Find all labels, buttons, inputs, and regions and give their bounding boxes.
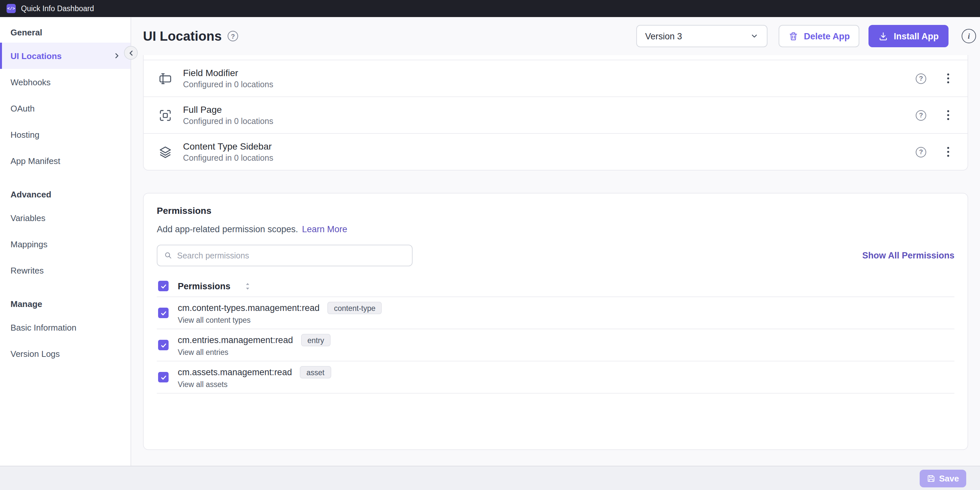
- sidebar-item-mappings[interactable]: Mappings: [0, 231, 130, 257]
- row-checkbox[interactable]: [158, 372, 169, 382]
- sidebar-item-rewrites[interactable]: Rewrites: [0, 257, 130, 283]
- main-panel: UI Locations ? Version 3 Delete App Inst…: [131, 17, 980, 466]
- save-button[interactable]: Save: [920, 469, 966, 487]
- help-icon[interactable]: ?: [916, 146, 926, 157]
- permissions-card: Permissions Add app-related permission s…: [143, 193, 968, 450]
- search-icon: [164, 251, 172, 260]
- version-select[interactable]: Version 3: [636, 25, 768, 47]
- show-all-permissions-link[interactable]: Show All Permissions: [862, 251, 955, 261]
- sidebar-section-advanced: Advanced Variables Mappings Rewrites: [0, 174, 130, 283]
- sidebar-item-basic-information[interactable]: Basic Information: [0, 314, 130, 340]
- location-row-actions: ?: [916, 146, 953, 158]
- header-actions: Version 3 Delete App Install App: [636, 25, 948, 47]
- sidebar-item-webhooks[interactable]: Webhooks: [0, 69, 130, 95]
- permission-cell: cm.content-types.management:read content…: [178, 302, 382, 324]
- permission-main-line: cm.assets.management:read asset: [178, 366, 331, 379]
- sidebar-item-label: UI Locations: [11, 51, 62, 60]
- sidebar-item-label: Basic Information: [11, 322, 76, 332]
- delete-app-button[interactable]: Delete App: [779, 25, 860, 47]
- learn-more-link[interactable]: Learn More: [302, 224, 347, 234]
- content-type-sidebar-icon: [158, 145, 172, 159]
- sidebar-item-variables[interactable]: Variables: [0, 205, 130, 231]
- permissions-table-header: Permissions: [157, 275, 955, 296]
- search-input[interactable]: [177, 251, 406, 260]
- sidebar-item-hosting[interactable]: Hosting: [0, 121, 130, 148]
- permissions-title: Permissions: [157, 205, 955, 216]
- kebab-menu-icon[interactable]: [943, 72, 953, 84]
- sidebar-item-label: Rewrites: [11, 265, 44, 275]
- permissions-description-row: Add app-related permission scopes. Learn…: [157, 224, 955, 234]
- permission-view-all-link[interactable]: View all content types: [178, 316, 382, 324]
- location-row-text: Full Page Configured in 0 locations: [183, 104, 273, 126]
- page-header: UI Locations ? Version 3 Delete App Inst…: [131, 17, 980, 55]
- location-title: Content Type Sidebar: [183, 141, 273, 151]
- sidebar-section-manage: Manage Basic Information Version Logs: [0, 283, 130, 367]
- permission-view-all-link[interactable]: View all assets: [178, 380, 331, 388]
- kebab-menu-icon[interactable]: [943, 109, 953, 121]
- permission-scope: cm.entries.management:read: [178, 335, 293, 345]
- delete-app-label: Delete App: [804, 31, 850, 41]
- location-row-field-modifier[interactable]: Field Modifier Configured in 0 locations…: [144, 60, 967, 96]
- permission-cell: cm.assets.management:read asset View all…: [178, 366, 331, 388]
- permission-main-line: cm.entries.management:read entry: [178, 334, 331, 346]
- section-label: Manage: [0, 283, 130, 314]
- sort-icon[interactable]: [245, 282, 251, 290]
- location-row-full-page[interactable]: Full Page Configured in 0 locations ?: [144, 97, 967, 133]
- permission-tag: asset: [300, 366, 331, 379]
- location-subtitle: Configured in 0 locations: [183, 80, 273, 89]
- help-icon[interactable]: ?: [916, 73, 926, 84]
- permission-tag: content-type: [327, 302, 382, 314]
- page-title-help-icon[interactable]: ?: [228, 31, 238, 41]
- install-app-button[interactable]: Install App: [869, 25, 948, 47]
- location-title: Full Page: [183, 104, 273, 115]
- field-modifier-icon: [158, 71, 172, 86]
- ui-locations-card: Field Modifier Configured in 0 locations…: [143, 55, 968, 170]
- location-row-actions: ?: [916, 109, 953, 121]
- permissions-controls: Show All Permissions: [157, 245, 955, 266]
- save-icon: [926, 474, 935, 482]
- select-all-checkbox[interactable]: [158, 281, 169, 291]
- permissions-table: Permissions cm.content-types.management:…: [157, 275, 955, 394]
- sidebar-item-app-manifest[interactable]: App Manifest: [0, 148, 130, 174]
- info-icon[interactable]: i: [962, 29, 976, 43]
- help-icon[interactable]: ?: [916, 110, 926, 120]
- check-icon: [160, 341, 167, 348]
- sidebar-item-label: OAuth: [11, 103, 35, 113]
- permission-row: cm.assets.management:read asset View all…: [157, 361, 955, 393]
- permission-row: cm.content-types.management:read content…: [157, 297, 955, 329]
- location-subtitle: Configured in 0 locations: [183, 117, 273, 126]
- permission-tag: entry: [301, 334, 331, 346]
- location-row-content-type-sidebar[interactable]: Content Type Sidebar Configured in 0 loc…: [144, 134, 967, 170]
- permission-view-all-link[interactable]: View all entries: [178, 348, 331, 356]
- kebab-menu-icon[interactable]: [943, 146, 953, 158]
- sidebar-item-label: Version Logs: [11, 348, 60, 358]
- app-name: Quick Info Dashboard: [21, 5, 94, 13]
- app-logo-icon: </>: [6, 4, 16, 13]
- full-page-icon: [158, 108, 172, 123]
- sidebar-item-oauth[interactable]: OAuth: [0, 95, 130, 121]
- sidebar-item-label: App Manifest: [11, 156, 60, 165]
- sidebar-collapse-button[interactable]: [124, 46, 138, 60]
- chevron-left-icon: [126, 48, 135, 57]
- sidebar-item-label: Hosting: [11, 130, 39, 139]
- top-app-bar: </> Quick Info Dashboard: [0, 0, 980, 17]
- sidebar: General UI Locations Webhooks OAuth Host…: [0, 17, 131, 466]
- location-row-text: Field Modifier Configured in 0 locations: [183, 68, 273, 89]
- permissions-description: Add app-related permission scopes.: [157, 224, 298, 234]
- permission-scope: cm.assets.management:read: [178, 368, 292, 377]
- row-checkbox[interactable]: [158, 308, 169, 318]
- location-row-actions: ?: [916, 72, 953, 84]
- sidebar-item-ui-locations[interactable]: UI Locations: [0, 43, 130, 69]
- sidebar-item-version-logs[interactable]: Version Logs: [0, 340, 130, 367]
- section-label: General: [0, 21, 130, 43]
- app-root: </> Quick Info Dashboard General UI Loca…: [0, 0, 980, 490]
- version-select-value: Version 3: [645, 31, 682, 41]
- section-label: Advanced: [0, 174, 130, 205]
- permission-main-line: cm.content-types.management:read content…: [178, 302, 382, 314]
- location-subtitle: Configured in 0 locations: [183, 153, 273, 163]
- permissions-search[interactable]: [157, 245, 413, 266]
- row-checkbox[interactable]: [158, 340, 169, 350]
- row-divider: [157, 393, 955, 394]
- permissions-column-header: Permissions: [178, 281, 231, 291]
- check-icon: [160, 309, 167, 317]
